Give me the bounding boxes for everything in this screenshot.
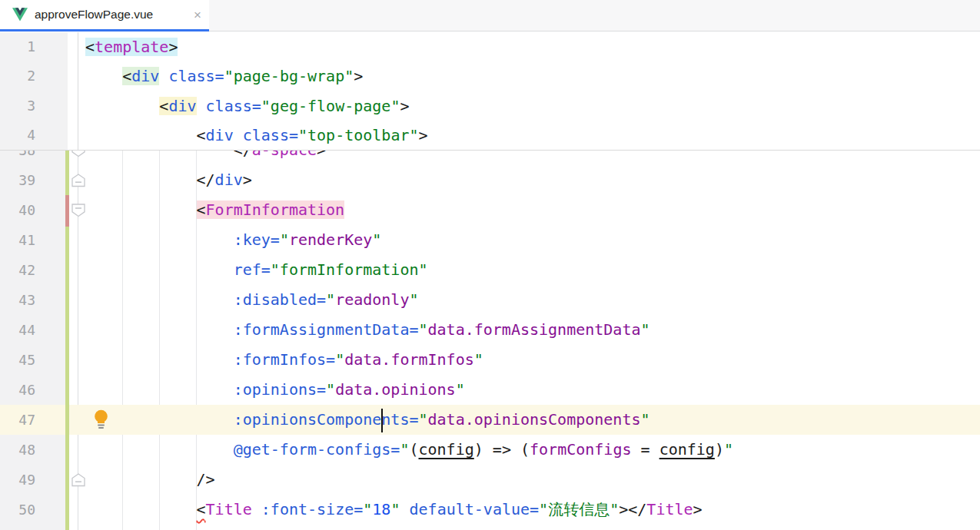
code-token: " [363, 500, 372, 518]
line-number[interactable]: 4 [0, 121, 35, 150]
line-number[interactable]: 47 [0, 405, 35, 435]
code-line[interactable]: 42 ref="formInformation" [0, 255, 980, 285]
line-number[interactable]: 2 [0, 61, 35, 91]
line-number[interactable]: 41 [0, 225, 35, 255]
code-token: = [261, 260, 271, 279]
code-text[interactable]: :formInfos="data.formInfos" [85, 345, 483, 375]
code-token: :opinionsComponents [234, 410, 410, 429]
code-text[interactable]: <div class="top-toolbar"> [85, 121, 428, 150]
code-text[interactable]: </a-space> [85, 151, 326, 165]
code-token: " [409, 290, 418, 309]
code-line[interactable]: 48 @get-form-configs="(config) => (formC… [0, 435, 980, 465]
fold-marker-icon[interactable] [71, 204, 85, 217]
code-text[interactable]: ref="formInformation" [85, 255, 428, 285]
code-token: "page-bg-wrap" [224, 67, 354, 85]
code-line[interactable]: 46 :opinions="data.opinions" [0, 375, 980, 405]
code-token: = [409, 410, 418, 429]
code-token: "formInformation" [271, 260, 428, 279]
code-token: formConfigs [530, 440, 631, 459]
fold-marker-icon[interactable] [71, 473, 85, 487]
code-text[interactable]: </div> [85, 165, 252, 195]
line-number[interactable]: 40 [0, 195, 35, 225]
code-token: Title [206, 500, 252, 518]
code-line[interactable]: 2 <div class="page-bg-wrap"> [0, 61, 980, 91]
line-number[interactable]: 43 [0, 285, 35, 315]
code-token: </ [628, 500, 646, 518]
code-token: data.opinionsComponents [428, 410, 641, 429]
code-line[interactable]: 43 :disabled="readonly" [0, 285, 980, 315]
code-token [85, 470, 197, 489]
code-token: = [409, 320, 418, 339]
code-token: = [317, 290, 326, 309]
code-token: " [724, 440, 733, 459]
code-line[interactable]: 50 <Title :font-size="18" default-value=… [0, 495, 980, 525]
line-number[interactable]: 39 [0, 165, 35, 195]
code-token: > [168, 38, 178, 56]
code-token: ref [234, 260, 261, 279]
line-number[interactable]: 45 [0, 345, 35, 375]
code-text[interactable]: <Title :font-size="18" default-value="流转… [85, 495, 703, 525]
code-text[interactable]: :key="renderKey" [85, 225, 381, 255]
code-token [85, 151, 234, 159]
code-text[interactable]: @get-form-configs="(config) => (formConf… [85, 435, 733, 465]
code-token [85, 126, 197, 144]
code-token: 18 [372, 500, 390, 518]
code-token: readonly [335, 290, 409, 309]
code-token [85, 171, 197, 189]
code-text[interactable]: <div class="page-bg-wrap"> [85, 61, 363, 91]
code-text[interactable]: :opinionsComponents="data.opinionsCompon… [85, 405, 650, 435]
line-number[interactable]: 3 [0, 91, 35, 121]
clipped-line-38: 38 </a-space> [0, 151, 980, 165]
line-number[interactable]: 49 [0, 465, 35, 495]
intention-bulb-icon[interactable] [93, 409, 109, 430]
code-text[interactable]: <div class="geg-flow-page"> [85, 91, 409, 121]
code-editor[interactable]: 1<template>2 <div class="page-bg-wrap">3… [0, 32, 980, 530]
code-token: :opinions [234, 380, 317, 399]
fold-marker-icon[interactable] [71, 151, 85, 157]
tab-approveflowpage[interactable]: approveFlowPage.vue × [0, 0, 209, 31]
text-caret [381, 409, 383, 432]
code-token: > [400, 97, 409, 115]
code-text[interactable]: <template> [85, 32, 178, 61]
code-text[interactable]: /> [85, 465, 215, 495]
code-token: " [456, 380, 465, 399]
code-line[interactable]: 1<template> [0, 32, 980, 61]
code-token [197, 97, 206, 115]
line-number[interactable]: 1 [0, 32, 35, 61]
code-line[interactable]: 39 </div> [0, 165, 980, 195]
code-token: " [418, 410, 427, 429]
editor-tab-bar: approveFlowPage.vue × [0, 0, 980, 31]
sticky-lines-panel: 1<template>2 <div class="page-bg-wrap">3… [0, 32, 980, 151]
line-number[interactable]: 48 [0, 435, 35, 465]
code-line[interactable]: 49 /> [0, 465, 980, 495]
code-line[interactable]: 45 :formInfos="data.formInfos" [0, 345, 980, 375]
code-token: :formInfos [234, 350, 326, 369]
line-number[interactable]: 38 [0, 151, 35, 165]
line-number[interactable]: 46 [0, 375, 35, 405]
code-line[interactable]: 4 <div class="top-toolbar"> [0, 121, 980, 150]
line-number[interactable]: 44 [0, 315, 35, 345]
fold-marker-icon[interactable] [71, 174, 85, 187]
code-line[interactable]: 47 :opinionsComponents="data.opinionsCom… [0, 405, 980, 435]
code-text[interactable]: <FormInformation [85, 195, 344, 225]
code-token: => [493, 440, 511, 459]
line-number[interactable]: 50 [0, 495, 35, 525]
code-text[interactable]: :formAssignmentData="data.formAssignment… [85, 315, 650, 345]
code-token: " [640, 320, 649, 339]
line-number[interactable]: 42 [0, 255, 35, 285]
code-token: :formAssignmentData [234, 320, 410, 339]
code-token: div [206, 126, 234, 144]
code-text[interactable]: :opinions="data.opinions" [85, 375, 465, 405]
code-token: < [85, 38, 95, 56]
code-line[interactable]: 44 :formAssignmentData="data.formAssignm… [0, 315, 980, 345]
code-text[interactable]: :disabled="readonly" [85, 285, 419, 315]
code-line[interactable]: 41 :key="renderKey" [0, 225, 980, 255]
vue-logo-icon [12, 8, 28, 22]
code-token [85, 440, 234, 459]
code-line[interactable]: 38 </a-space> [0, 151, 980, 165]
tab-close-icon[interactable]: × [194, 8, 201, 22]
code-token: < [197, 500, 206, 518]
code-token: = [215, 67, 224, 85]
code-line[interactable]: 3 <div class="geg-flow-page"> [0, 91, 980, 121]
code-line[interactable]: 40 <FormInformation [0, 195, 980, 225]
